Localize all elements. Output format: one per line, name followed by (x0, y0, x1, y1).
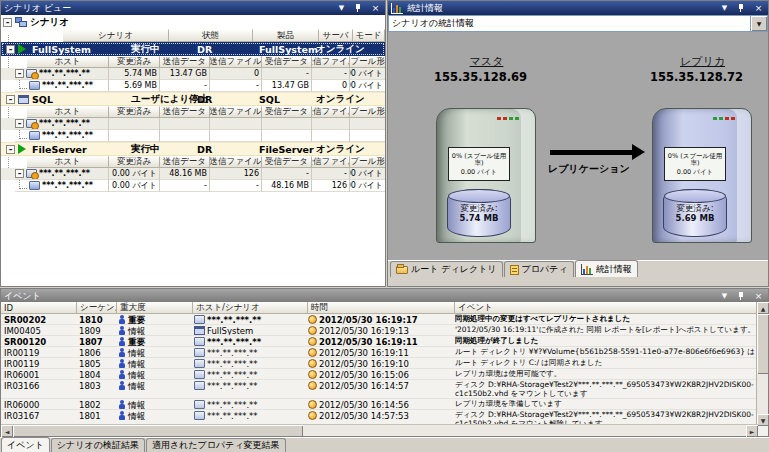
pin-button[interactable] (352, 3, 365, 14)
clock-icon (308, 411, 317, 420)
expand-toggle[interactable]: - (15, 169, 24, 178)
close-button[interactable]: × (369, 3, 382, 14)
replica-role-label[interactable]: レプリカ (646, 54, 759, 69)
host-column-2[interactable]: 送信データ (160, 106, 210, 118)
expand-toggle[interactable]: - (6, 93, 15, 105)
panel-menu-button[interactable]: ▼ (718, 3, 731, 14)
scroll-down-button[interactable]: ▼ (757, 414, 769, 426)
column-header-server[interactable]: サーバ (319, 29, 353, 42)
column-header-scenario[interactable]: シナリオ (63, 29, 169, 42)
scrollbar-thumb[interactable] (757, 314, 769, 374)
panel-menu-button[interactable]: ▼ (718, 291, 731, 302)
column-header-time[interactable]: 時間 (308, 302, 455, 314)
host-cell: ***.**.***.** (15, 130, 109, 142)
column-header-host-scenario[interactable]: ホスト/シナリオ (193, 302, 308, 314)
host-column-1[interactable]: 変更済み (109, 156, 160, 168)
column-header-state[interactable]: 状態 (169, 29, 253, 42)
host-name: ***.**.***.** (39, 169, 90, 178)
tab-events[interactable]: イベント (1, 437, 50, 452)
expand-icon[interactable]: - (6, 45, 15, 54)
event-host: ***.**.***.** (194, 380, 306, 398)
host-row-master[interactable]: -***.**.***.** (1, 118, 385, 130)
expand-toggle[interactable]: - (15, 69, 24, 78)
host-column-6[interactable]: スプール形式 (350, 106, 385, 118)
scenario-row-sql[interactable]: -SQLユーザにより停止DRSQLオンライン (1, 92, 385, 106)
pin-button[interactable] (735, 3, 748, 14)
tab-statistics[interactable]: 統計情報 (575, 260, 638, 277)
expand-toggle[interactable]: - (3, 18, 12, 27)
host-column-1[interactable]: 変更済み (109, 106, 160, 118)
scroll-right-button[interactable]: ► (746, 425, 758, 437)
column-header-product[interactable]: 製品 (253, 29, 319, 42)
expand-toggle[interactable]: - (15, 119, 24, 128)
horizontal-scrollbar[interactable]: ◄ ► (1, 424, 758, 436)
host-column-2[interactable]: 送信データ (160, 56, 210, 68)
host-column-4[interactable]: 受信データ (262, 156, 312, 168)
event-row[interactable]: IR031661803情報***.**.***.**2012/05/30 16:… (1, 380, 758, 399)
host-row-replica[interactable]: ***.**.***.**5.69 MB--13.47 GB00.00 バイト (1, 80, 385, 92)
expand-toggle[interactable]: - (6, 143, 15, 155)
host-row-replica[interactable]: ***.**.***.**0.00 バイト--48.16 MB1260.00 バ… (1, 180, 385, 192)
host-column-0[interactable]: ホスト (27, 156, 109, 168)
column-header-severity[interactable]: 重大度 (117, 302, 193, 314)
vertical-scrollbar[interactable]: ▲ ▼ (756, 302, 768, 426)
host-column-5[interactable]: 受信ファイル (312, 156, 350, 168)
event-row[interactable]: IR060001802情報***.**.***.**2012/05/30 16:… (1, 399, 758, 410)
column-header-mode[interactable]: モード (353, 29, 385, 42)
host-column-2[interactable]: 送信データ (160, 156, 210, 168)
tab-applied-property-changes[interactable]: 適用されたプロパティ変更結果 (146, 438, 286, 452)
scroll-left-button[interactable]: ◄ (1, 425, 13, 437)
scrollbar-thumb[interactable] (13, 425, 303, 437)
host-column-3[interactable]: 送信ファイル (210, 156, 262, 168)
event-sequence: 1809 (79, 325, 115, 335)
column-header-id[interactable]: ID (1, 302, 77, 314)
tab-root-directories[interactable]: ルート ディレクトリ (390, 261, 503, 277)
host-column-0[interactable]: ホスト (27, 56, 109, 68)
host-row-master[interactable]: -***.**.***.**0.00 バイト48.16 MB126--0.00 … (1, 168, 385, 180)
combo-dropdown-button[interactable]: ▼ (750, 16, 767, 31)
host-column-3[interactable]: 送信ファイル (210, 56, 262, 68)
event-row[interactable]: IR001191806情報***.**.***.**2012/05/30 16:… (1, 347, 758, 358)
host-column-5[interactable]: 受信ファイル (312, 106, 350, 118)
clock-icon (308, 400, 317, 409)
host-column-4[interactable]: 受信データ (262, 106, 312, 118)
tab-properties[interactable]: プロパティ (504, 261, 574, 277)
scroll-up-button[interactable]: ▲ (757, 302, 769, 314)
master-role-label[interactable]: マスタ (430, 54, 543, 69)
event-row[interactable]: SR002021810重要***.**.***.**2012/05/30 16:… (1, 314, 758, 325)
scenario-row-fullsystem[interactable]: -FullSystem実行中DRFullSystemオンライン (1, 42, 385, 56)
column-header-event[interactable]: イベント (455, 302, 758, 314)
host-column-6[interactable]: スプール形式 (350, 156, 385, 168)
host-column-1[interactable]: 変更済み (109, 56, 160, 68)
event-row[interactable]: IM004051809情報FullSystem2012/05/30 16:19:… (1, 325, 758, 336)
close-button[interactable]: × (752, 3, 765, 14)
expand-icon[interactable]: - (6, 145, 15, 154)
host-value-2: - (160, 80, 210, 92)
statistics-scope-select[interactable]: シナリオの統計情報 ▼ (388, 15, 768, 32)
host-row-replica[interactable]: ***.**.***.** (1, 130, 385, 142)
expand-icon[interactable]: - (6, 95, 15, 104)
close-button[interactable]: × (752, 291, 765, 302)
scenario-server: FileServer (259, 143, 314, 155)
host-row-master[interactable]: -***.**.***.**5.74 MB13.47 GB0--0.00 バイト (1, 68, 385, 80)
scenario-root-row[interactable]: - シナリオ (1, 15, 385, 29)
column-header-sequence[interactable]: シーケンス ▼ (77, 302, 117, 314)
event-row[interactable]: IR060011804情報***.**.***.**2012/05/30 16:… (1, 369, 758, 380)
host-column-0[interactable]: ホスト (27, 106, 109, 118)
scenario-row-fileserver[interactable]: -FileServer実行中DRFileServerオンライン (1, 142, 385, 156)
host-column-3[interactable]: 送信ファイル (210, 106, 262, 118)
host-column-6[interactable]: スプール形式 (350, 56, 385, 68)
host-column-4[interactable]: 受信データ (262, 56, 312, 68)
event-row[interactable]: IR001191805情報***.**.***.**2012/05/30 16:… (1, 358, 758, 369)
tree-elbow (19, 80, 27, 89)
host-column-5[interactable]: 受信ファイル (312, 56, 350, 68)
pin-button[interactable] (735, 291, 748, 302)
panel-menu-button[interactable]: ▼ (335, 3, 348, 14)
replication-arrow-head (632, 144, 645, 160)
tab-scenario-validation-results[interactable]: シナリオの検証結果 (51, 438, 145, 452)
event-host: ***.**.***.** (194, 314, 306, 324)
event-row[interactable]: SR001201807重要***.**.***.**2012/05/30 16:… (1, 336, 758, 347)
expand-toggle[interactable]: - (6, 42, 15, 56)
replica-host-icon (29, 131, 40, 140)
host-value-1: 0.00 バイト (109, 180, 160, 192)
